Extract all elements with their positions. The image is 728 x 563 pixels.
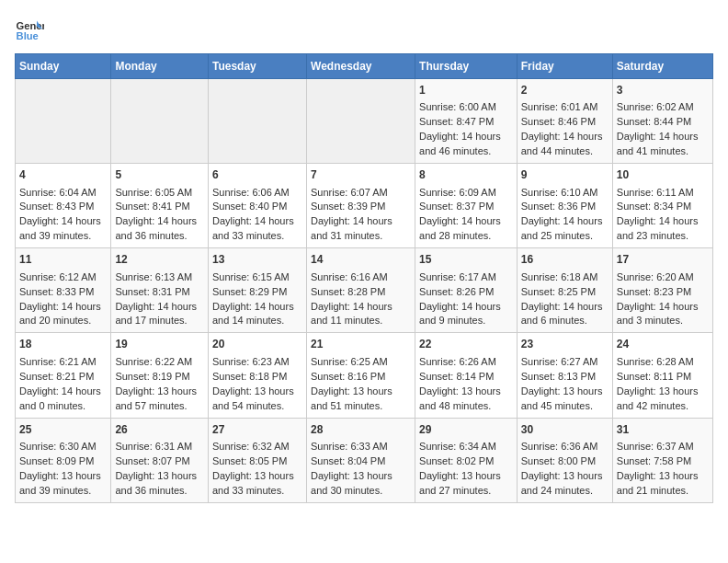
day-info: Sunrise: 6:25 AM [311, 355, 411, 370]
day-cell: 12Sunrise: 6:13 AMSunset: 8:31 PMDayligh… [111, 248, 209, 333]
day-cell [307, 79, 415, 164]
day-cell: 7Sunrise: 6:07 AMSunset: 8:39 PMDaylight… [307, 164, 415, 248]
day-info: Sunrise: 6:31 AM [115, 440, 204, 454]
day-number: 30 [521, 422, 609, 438]
day-number: 11 [19, 252, 107, 268]
day-info: Sunrise: 6:01 AM [521, 100, 609, 115]
day-info: Sunrise: 6:13 AM [115, 270, 204, 285]
day-info: Daylight: 14 hours and 3 minutes. [617, 300, 709, 329]
header-row: SundayMondayTuesdayWednesdayThursdayFrid… [16, 54, 713, 79]
day-cell: 9Sunrise: 6:10 AMSunset: 8:36 PMDaylight… [517, 164, 612, 248]
week-row-3: 11Sunrise: 6:12 AMSunset: 8:33 PMDayligh… [16, 248, 713, 333]
day-cell: 11Sunrise: 6:12 AMSunset: 8:33 PMDayligh… [16, 248, 111, 333]
day-cell: 27Sunrise: 6:32 AMSunset: 8:05 PMDayligh… [208, 418, 306, 502]
day-info: Sunset: 8:00 PM [521, 454, 609, 469]
day-info: Daylight: 14 hours and 6 minutes. [521, 300, 609, 329]
day-info: Daylight: 14 hours and 23 minutes. [617, 214, 709, 244]
day-info: Sunset: 8:13 PM [521, 370, 609, 385]
day-info: Daylight: 13 hours and 45 minutes. [521, 385, 609, 414]
day-number: 27 [212, 422, 302, 438]
header-cell-monday: Monday [111, 54, 209, 79]
day-info: Sunrise: 6:28 AM [617, 355, 709, 370]
day-number: 4 [19, 167, 107, 183]
day-info: Daylight: 14 hours and 44 minutes. [521, 130, 609, 159]
day-info: Daylight: 13 hours and 30 minutes. [311, 469, 411, 499]
day-info: Sunset: 8:16 PM [311, 370, 411, 385]
header-cell-friday: Friday [517, 54, 612, 79]
day-info: Sunrise: 6:18 AM [521, 270, 609, 285]
week-row-5: 25Sunrise: 6:30 AMSunset: 8:09 PMDayligh… [16, 418, 713, 502]
day-info: Sunrise: 6:05 AM [115, 186, 204, 201]
day-number: 7 [311, 167, 411, 183]
day-cell: 5Sunrise: 6:05 AMSunset: 8:41 PMDaylight… [111, 164, 209, 248]
day-info: Sunrise: 6:12 AM [19, 270, 107, 285]
day-number: 26 [115, 422, 204, 438]
day-cell: 20Sunrise: 6:23 AMSunset: 8:18 PMDayligh… [208, 333, 306, 418]
day-cell: 28Sunrise: 6:33 AMSunset: 8:04 PMDayligh… [307, 418, 415, 502]
day-info: Sunset: 8:09 PM [19, 454, 107, 469]
day-cell: 19Sunrise: 6:22 AMSunset: 8:19 PMDayligh… [111, 333, 209, 418]
day-cell: 29Sunrise: 6:34 AMSunset: 8:02 PMDayligh… [415, 418, 518, 502]
day-cell: 31Sunrise: 6:37 AMSunset: 7:58 PMDayligh… [612, 418, 712, 502]
day-info: Daylight: 14 hours and 33 minutes. [212, 214, 302, 244]
day-number: 31 [617, 422, 709, 438]
day-cell [16, 79, 111, 164]
day-info: Sunset: 8:33 PM [19, 285, 107, 300]
day-info: Sunset: 8:44 PM [617, 115, 709, 130]
day-number: 19 [115, 337, 204, 352]
day-number: 18 [19, 337, 107, 352]
day-cell: 25Sunrise: 6:30 AMSunset: 8:09 PMDayligh… [16, 418, 111, 502]
day-number: 29 [419, 422, 513, 438]
day-info: Sunset: 8:02 PM [419, 454, 513, 469]
day-number: 24 [617, 337, 709, 352]
header-cell-sunday: Sunday [16, 54, 111, 79]
day-number: 20 [212, 337, 302, 352]
day-info: Daylight: 13 hours and 54 minutes. [212, 385, 302, 414]
day-info: Daylight: 13 hours and 33 minutes. [212, 469, 302, 499]
calendar-header: SundayMondayTuesdayWednesdayThursdayFrid… [16, 54, 713, 79]
day-cell: 16Sunrise: 6:18 AMSunset: 8:25 PMDayligh… [517, 248, 612, 333]
day-info: Daylight: 13 hours and 36 minutes. [115, 469, 204, 499]
day-cell: 17Sunrise: 6:20 AMSunset: 8:23 PMDayligh… [612, 248, 712, 333]
day-info: Sunset: 8:28 PM [311, 285, 411, 300]
header: General Blue [15, 15, 713, 44]
day-cell: 23Sunrise: 6:27 AMSunset: 8:13 PMDayligh… [517, 333, 612, 418]
day-cell: 1Sunrise: 6:00 AMSunset: 8:47 PMDaylight… [415, 79, 518, 164]
day-cell: 21Sunrise: 6:25 AMSunset: 8:16 PMDayligh… [307, 333, 415, 418]
day-number: 13 [212, 252, 302, 268]
day-info: Sunset: 7:58 PM [617, 454, 709, 469]
day-number: 22 [419, 337, 513, 352]
day-info: Sunset: 8:23 PM [617, 285, 709, 300]
day-info: Sunset: 8:07 PM [115, 454, 204, 469]
day-info: Sunset: 8:36 PM [521, 200, 609, 214]
day-info: Daylight: 14 hours and 31 minutes. [311, 214, 411, 244]
day-number: 17 [617, 252, 709, 268]
day-info: Sunrise: 6:16 AM [311, 270, 411, 285]
logo-icon: General Blue [15, 15, 44, 44]
day-info: Sunrise: 6:06 AM [212, 186, 302, 201]
day-info: Daylight: 13 hours and 42 minutes. [617, 385, 709, 414]
day-info: Sunrise: 6:27 AM [521, 355, 609, 370]
day-info: Sunset: 8:39 PM [311, 200, 411, 214]
week-row-4: 18Sunrise: 6:21 AMSunset: 8:21 PMDayligh… [16, 333, 713, 418]
day-cell: 8Sunrise: 6:09 AMSunset: 8:37 PMDaylight… [415, 164, 518, 248]
day-info: Daylight: 14 hours and 46 minutes. [419, 130, 513, 159]
day-info: Daylight: 13 hours and 27 minutes. [419, 469, 513, 499]
header-cell-tuesday: Tuesday [208, 54, 306, 79]
day-info: Sunset: 8:18 PM [212, 370, 302, 385]
day-cell: 4Sunrise: 6:04 AMSunset: 8:43 PMDaylight… [16, 164, 111, 248]
week-row-1: 1Sunrise: 6:00 AMSunset: 8:47 PMDaylight… [16, 79, 713, 164]
week-row-2: 4Sunrise: 6:04 AMSunset: 8:43 PMDaylight… [16, 164, 713, 248]
day-info: Daylight: 14 hours and 20 minutes. [19, 300, 107, 329]
calendar-body: 1Sunrise: 6:00 AMSunset: 8:47 PMDaylight… [16, 79, 713, 503]
day-info: Daylight: 14 hours and 9 minutes. [419, 300, 513, 329]
day-info: Daylight: 14 hours and 14 minutes. [212, 300, 302, 329]
day-cell: 18Sunrise: 6:21 AMSunset: 8:21 PMDayligh… [16, 333, 111, 418]
day-info: Sunrise: 6:21 AM [19, 355, 107, 370]
day-info: Sunset: 8:11 PM [617, 370, 709, 385]
day-info: Sunrise: 6:04 AM [19, 186, 107, 201]
day-number: 6 [212, 167, 302, 183]
day-info: Sunrise: 6:30 AM [19, 440, 107, 454]
logo: General Blue [15, 15, 44, 44]
header-cell-wednesday: Wednesday [307, 54, 415, 79]
